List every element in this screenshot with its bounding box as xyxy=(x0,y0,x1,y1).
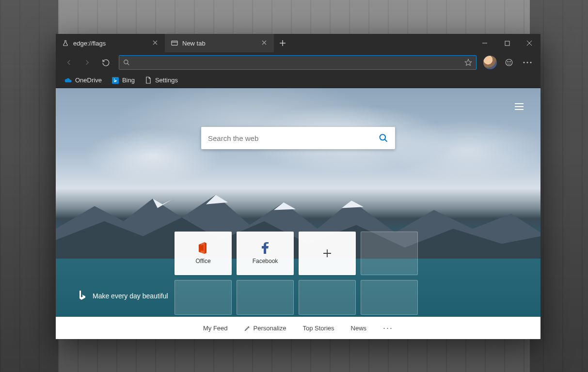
tile-office[interactable]: Office xyxy=(175,232,232,275)
pencil-icon xyxy=(244,325,251,331)
back-button[interactable] xyxy=(61,54,77,71)
feed-label: Personalize xyxy=(254,325,286,332)
web-search-input[interactable] xyxy=(208,134,379,142)
tab-close-button[interactable] xyxy=(261,40,268,46)
svg-point-7 xyxy=(523,62,524,63)
window-controls xyxy=(474,34,540,52)
flask-icon xyxy=(62,39,69,47)
page-menu-button[interactable] xyxy=(511,99,527,114)
nav-bar xyxy=(56,52,540,73)
svg-point-6 xyxy=(510,62,511,62)
feed-myfeed[interactable]: My Feed xyxy=(203,325,228,332)
search-icon[interactable] xyxy=(379,133,388,143)
tab-strip: edge://flags New tab xyxy=(56,34,540,52)
favorite-onedrive[interactable]: OneDrive xyxy=(61,75,106,86)
tile-label: Facebook xyxy=(253,258,278,264)
bing-icon xyxy=(111,77,119,84)
favorite-label: Bing xyxy=(122,77,135,84)
svg-point-9 xyxy=(530,62,531,63)
tile-placeholder[interactable] xyxy=(299,280,356,315)
window-close-button[interactable] xyxy=(518,34,540,52)
settings-more-icon[interactable] xyxy=(519,54,536,71)
favorite-settings[interactable]: Settings xyxy=(141,75,182,86)
office-icon xyxy=(197,242,209,254)
web-search-box[interactable] xyxy=(201,127,395,149)
svg-point-5 xyxy=(508,62,509,62)
facebook-icon xyxy=(259,242,271,254)
tile-placeholder[interactable] xyxy=(361,232,418,275)
feed-more-button[interactable]: ··· xyxy=(383,323,393,333)
browser-window: edge://flags New tab xyxy=(56,34,540,339)
svg-rect-1 xyxy=(505,41,509,46)
address-input[interactable] xyxy=(134,59,464,66)
tile-label: Office xyxy=(195,258,210,264)
quick-links-tiles: Office Facebook xyxy=(175,232,422,275)
tab-newtab[interactable]: New tab xyxy=(165,34,274,52)
cloud-icon xyxy=(64,77,72,84)
search-icon xyxy=(123,59,130,66)
svg-marker-3 xyxy=(465,59,471,65)
svg-rect-0 xyxy=(172,41,177,46)
tab-title: New tab xyxy=(182,40,257,47)
tab-flags[interactable]: edge://flags xyxy=(56,34,165,52)
favorites-bar: OneDrive Bing Settings xyxy=(56,73,540,88)
svg-point-8 xyxy=(526,62,528,63)
forward-button[interactable] xyxy=(79,54,95,71)
tile-placeholder[interactable] xyxy=(175,280,232,315)
address-bar[interactable] xyxy=(119,55,477,70)
feed-topstories[interactable]: Top Stories xyxy=(302,325,334,332)
tile-add[interactable] xyxy=(299,232,356,275)
bing-logo-icon xyxy=(78,291,87,301)
tile-placeholder[interactable] xyxy=(361,280,418,315)
feedback-icon[interactable] xyxy=(501,54,517,71)
favorite-bing[interactable]: Bing xyxy=(108,75,139,86)
tagline-text: Make every day beautiful xyxy=(93,292,168,300)
profile-avatar[interactable] xyxy=(483,56,497,69)
page-icon xyxy=(144,77,152,84)
newtab-icon xyxy=(171,39,178,47)
favorite-label: OneDrive xyxy=(75,77,102,84)
quick-links-row2 xyxy=(175,280,422,315)
feed-personalize[interactable]: Personalize xyxy=(244,325,286,332)
feed-label: Top Stories xyxy=(302,325,334,332)
feed-news[interactable]: News xyxy=(351,325,367,332)
favorite-star-icon[interactable] xyxy=(464,59,472,66)
tab-close-button[interactable] xyxy=(152,40,159,46)
favorite-label: Settings xyxy=(155,77,178,84)
refresh-button[interactable] xyxy=(97,54,114,71)
tab-title: edge://flags xyxy=(73,40,148,47)
bing-tagline: Make every day beautiful xyxy=(78,291,168,301)
new-tab-button[interactable] xyxy=(274,34,291,52)
tile-placeholder[interactable] xyxy=(237,280,294,315)
svg-point-2 xyxy=(124,60,128,64)
maximize-button[interactable] xyxy=(496,34,518,52)
feed-label: News xyxy=(351,325,367,332)
newtab-content: Office Facebook xyxy=(56,88,540,339)
svg-point-4 xyxy=(506,59,512,66)
svg-point-11 xyxy=(380,135,386,140)
minimize-button[interactable] xyxy=(474,34,496,52)
plus-icon xyxy=(321,248,333,259)
feed-label: My Feed xyxy=(203,325,228,332)
feed-bar: My Feed Personalize Top Stories News ··· xyxy=(56,317,540,339)
tile-facebook[interactable]: Facebook xyxy=(237,232,294,275)
